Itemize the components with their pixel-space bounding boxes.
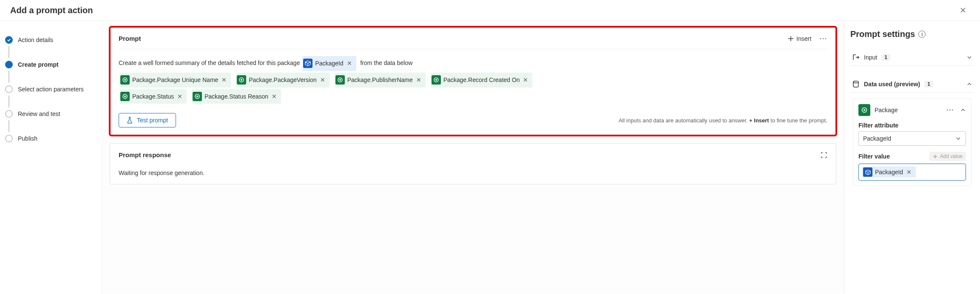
remove-token-icon[interactable]: ✕ bbox=[319, 74, 326, 87]
data-item-more-icon[interactable]: ··· bbox=[946, 107, 954, 113]
data-used-label: Data used (preview) bbox=[864, 81, 920, 88]
add-value-button: Add value bbox=[929, 152, 966, 161]
plus-icon bbox=[788, 36, 794, 42]
svg-point-14 bbox=[864, 109, 865, 111]
remove-token-icon[interactable]: ✕ bbox=[522, 74, 529, 87]
step-review-and-test[interactable]: Review and test bbox=[5, 108, 97, 119]
step-action-details[interactable]: Action details bbox=[5, 34, 97, 45]
plus-icon bbox=[933, 154, 937, 159]
circle-icon bbox=[5, 85, 13, 93]
settings-title: Prompt settings bbox=[850, 29, 915, 39]
data-icon bbox=[335, 75, 345, 85]
database-icon bbox=[852, 80, 860, 88]
prompt-hint: All inputs and data are automatically us… bbox=[619, 117, 827, 124]
svg-point-12 bbox=[853, 81, 858, 83]
cube-icon bbox=[303, 59, 312, 68]
token-label: Package.PackageVersion bbox=[249, 74, 317, 87]
chevron-up-icon[interactable] bbox=[960, 107, 966, 113]
remove-token-icon[interactable]: ✕ bbox=[906, 169, 912, 175]
filter-attribute-value: PackageId bbox=[863, 135, 891, 142]
prompt-response-body: Waiting for response generation. bbox=[119, 165, 827, 176]
step-label: Publish bbox=[18, 135, 37, 142]
token-package-unique-name[interactable]: Package.Package Unique Name ✕ bbox=[119, 73, 231, 88]
chevron-up-icon bbox=[966, 81, 972, 87]
input-count-badge: 1 bbox=[881, 54, 890, 61]
token-label: Package.Status Reason bbox=[205, 90, 268, 103]
remove-token-icon[interactable]: ✕ bbox=[346, 57, 353, 70]
expand-icon[interactable] bbox=[821, 152, 827, 158]
token-status[interactable]: Package.Status ✕ bbox=[119, 89, 187, 104]
token-label: Package.Record Created On bbox=[443, 74, 520, 87]
data-icon bbox=[432, 75, 441, 85]
more-icon[interactable]: ··· bbox=[820, 35, 827, 42]
insert-label: Insert bbox=[796, 35, 811, 42]
data-item-name: Package bbox=[875, 107, 898, 113]
token-label: Package.PublisherName bbox=[347, 74, 413, 87]
token-label: Package.Status bbox=[132, 90, 174, 103]
data-icon bbox=[120, 75, 130, 85]
filter-value-label: Filter value bbox=[858, 153, 890, 160]
token-label: PackageId bbox=[875, 169, 903, 175]
page-title: Add a prompt action bbox=[10, 6, 93, 15]
info-icon[interactable]: i bbox=[918, 31, 926, 38]
token-label: PackageId bbox=[315, 57, 343, 70]
token-package-version[interactable]: Package.PackageVersion ✕ bbox=[236, 73, 330, 88]
test-prompt-label: Test prompt bbox=[137, 117, 168, 124]
remove-token-icon[interactable]: ✕ bbox=[415, 74, 422, 87]
data-icon bbox=[120, 92, 130, 101]
svg-point-5 bbox=[339, 79, 341, 81]
input-accordion[interactable]: Input 1 bbox=[850, 49, 974, 66]
close-icon[interactable] bbox=[956, 5, 970, 15]
prompt-editor[interactable]: Create a well formed summary of the deta… bbox=[119, 49, 827, 105]
remove-token-icon[interactable]: ✕ bbox=[271, 90, 278, 103]
token-label: Package.Package Unique Name bbox=[132, 74, 218, 87]
data-icon bbox=[237, 75, 246, 85]
step-publish[interactable]: Publish bbox=[5, 133, 97, 144]
svg-point-11 bbox=[196, 96, 198, 97]
prompt-card: Prompt Insert ··· Create a well formed s… bbox=[110, 27, 836, 136]
filter-value-token[interactable]: PackageId ✕ bbox=[862, 167, 916, 178]
filter-attribute-label: Filter attribute bbox=[858, 122, 966, 129]
svg-point-3 bbox=[241, 79, 242, 81]
step-label: Action details bbox=[18, 37, 53, 43]
prompt-text-prefix: Create a well formed summary of the deta… bbox=[119, 59, 300, 66]
circle-icon bbox=[5, 110, 13, 118]
chevron-down-icon bbox=[966, 54, 972, 60]
add-value-label: Add value bbox=[940, 153, 963, 159]
token-record-created-on[interactable]: Package.Record Created On ✕ bbox=[431, 73, 533, 88]
cube-icon bbox=[863, 167, 872, 177]
stepper: Action details Create prompt Select acti… bbox=[0, 21, 102, 294]
beaker-icon bbox=[127, 117, 133, 124]
token-packageid-inline[interactable]: PackageId ✕ bbox=[302, 56, 356, 71]
check-icon bbox=[5, 36, 13, 44]
remove-token-icon[interactable]: ✕ bbox=[221, 74, 227, 87]
step-label: Select action parameters bbox=[18, 86, 84, 93]
input-icon bbox=[852, 54, 860, 61]
step-select-action-parameters[interactable]: Select action parameters bbox=[5, 84, 97, 95]
prompt-title: Prompt bbox=[119, 35, 141, 42]
token-publisher-name[interactable]: Package.PublisherName ✕ bbox=[335, 73, 426, 88]
step-label: Create prompt bbox=[18, 61, 59, 68]
prompt-text-suffix: from the data below bbox=[360, 59, 412, 66]
dot-icon bbox=[5, 61, 13, 68]
filter-value-input[interactable]: PackageId ✕ bbox=[858, 164, 966, 181]
test-prompt-button[interactable]: Test prompt bbox=[119, 113, 176, 127]
filter-attribute-select[interactable]: PackageId bbox=[858, 131, 966, 146]
data-used-accordion[interactable]: Data used (preview) 1 bbox=[850, 76, 974, 93]
settings-panel: Prompt settings i Input 1 Data used (pre… bbox=[844, 21, 980, 294]
svg-point-7 bbox=[435, 79, 437, 81]
svg-point-1 bbox=[124, 79, 126, 81]
data-item-package: Package ··· Filter attribute PackageId bbox=[853, 99, 971, 186]
prompt-response-card: Prompt response Waiting for response gen… bbox=[110, 143, 836, 184]
data-icon bbox=[193, 92, 202, 101]
input-label: Input bbox=[864, 54, 877, 61]
remove-token-icon[interactable]: ✕ bbox=[176, 90, 183, 103]
token-status-reason[interactable]: Package.Status Reason ✕ bbox=[192, 89, 281, 104]
step-create-prompt[interactable]: Create prompt bbox=[5, 59, 97, 70]
insert-button[interactable]: Insert bbox=[788, 35, 811, 42]
step-label: Review and test bbox=[18, 110, 60, 117]
package-icon bbox=[858, 104, 870, 116]
data-count-badge: 1 bbox=[924, 81, 933, 88]
svg-point-9 bbox=[124, 96, 126, 97]
chevron-down-icon bbox=[955, 136, 961, 141]
